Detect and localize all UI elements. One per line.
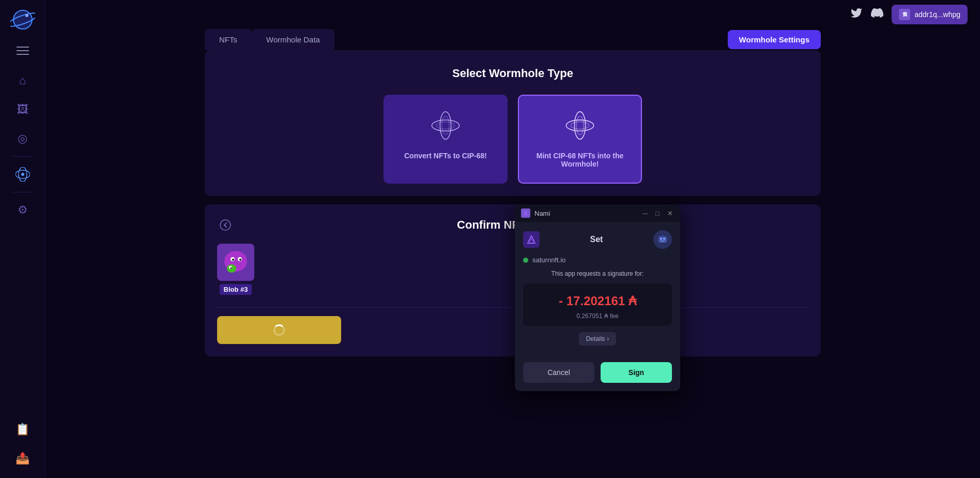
nami-maximize-button[interactable]: □	[653, 209, 662, 217]
nami-close-button[interactable]: ✕	[666, 209, 674, 217]
nami-site-name: saturnnft.io	[532, 256, 565, 264]
nami-cancel-button[interactable]: Cancel	[523, 362, 594, 383]
divider-2	[12, 192, 33, 192]
wormhole-icon-mint	[559, 110, 601, 143]
wormhole-icon-convert	[425, 110, 466, 143]
sidebar-item-gallery[interactable]: 🖼	[7, 96, 38, 123]
svg-point-5	[21, 173, 24, 176]
svg-point-2	[25, 14, 28, 17]
loading-spinner	[273, 324, 285, 336]
svg-point-9	[442, 116, 449, 135]
nami-header-row: Set	[523, 230, 672, 249]
header: 𝕹 addr1q...whpg	[45, 0, 980, 29]
nami-titlebar-controls: ─ □ ✕	[641, 209, 674, 217]
confirm-nft-header: Confirm NFT To Mint	[217, 217, 808, 233]
svg-point-13	[576, 116, 584, 135]
sidebar-item-settings[interactable]: ⚙	[7, 197, 38, 223]
wallet-button[interactable]: 𝕹 addr1q...whpg	[892, 5, 968, 24]
nami-site-dot	[523, 258, 528, 263]
sidebar-item-docs[interactable]: 📋	[7, 416, 38, 443]
nami-titlebar: Nami ─ □ ✕	[515, 204, 680, 222]
svg-point-23	[231, 267, 232, 269]
logo[interactable]	[9, 6, 36, 33]
svg-point-8	[436, 122, 455, 129]
nami-set-label: Set	[590, 235, 603, 244]
nami-site-row: saturnnft.io	[523, 256, 672, 264]
content-area: Select Wormhole Type Convert NFTs to CIP…	[45, 50, 980, 478]
wormhole-option-convert[interactable]: Convert NFTs to CIP-68!	[384, 95, 508, 184]
nft-grid: Blob #3	[217, 244, 808, 295]
wormhole-options: Convert NFTs to CIP-68! Mint CIP-68 NFTs…	[217, 95, 808, 184]
nami-sign-button[interactable]: Sign	[601, 362, 672, 383]
menu-icon[interactable]	[12, 40, 33, 61]
nami-minimize-button[interactable]: ─	[641, 209, 649, 217]
nami-amount-box: - 17.202161 ₳ 0.267051 ₳ fee	[523, 283, 672, 326]
svg-rect-26	[660, 238, 662, 240]
tab-wormhole-data[interactable]: Wormhole Data	[252, 29, 334, 50]
nami-avatar	[653, 230, 672, 249]
twitter-icon[interactable]	[850, 7, 863, 22]
nami-logo	[523, 231, 540, 248]
svg-point-20	[232, 259, 234, 261]
divider-1	[12, 156, 33, 157]
wormhole-option-convert-label: Convert NFTs to CIP-68!	[404, 152, 487, 160]
sidebar-item-wormhole[interactable]	[7, 161, 38, 188]
svg-rect-28	[661, 241, 665, 242]
back-button[interactable]	[217, 217, 234, 233]
loading-button[interactable]	[217, 316, 341, 344]
svg-point-21	[239, 259, 241, 261]
wormhole-option-mint[interactable]: Mint CIP-68 NFTs into the Wormhole!	[518, 95, 642, 184]
nami-icon: 𝕹	[899, 9, 910, 20]
nami-body: Set	[515, 222, 680, 354]
nft-item: Blob #3	[217, 244, 254, 295]
main: 𝕹 addr1q...whpg NFTs Wormhole Data Wormh…	[45, 0, 980, 478]
sidebar-item-export[interactable]: 📤	[7, 445, 38, 472]
confirm-nft-card: Confirm NFT To Mint	[205, 204, 821, 356]
sidebar-item-target[interactable]: ◎	[7, 125, 38, 152]
tab-nfts[interactable]: NFTs	[205, 29, 252, 50]
svg-point-14	[220, 220, 231, 230]
discord-icon[interactable]	[871, 7, 883, 22]
svg-point-12	[571, 122, 589, 129]
nami-titlebar-icon	[521, 208, 530, 218]
wormhole-type-title: Select Wormhole Type	[217, 67, 808, 80]
nami-title: Nami	[534, 210, 637, 217]
wallet-address: addr1q...whpg	[914, 10, 960, 19]
wormhole-type-card: Select Wormhole Type Convert NFTs to CIP…	[205, 50, 821, 196]
wormhole-settings-button[interactable]: Wormhole Settings	[728, 30, 821, 49]
confirm-nft-title: Confirm NFT To Mint	[240, 218, 786, 232]
nami-dialog: Nami ─ □ ✕	[515, 204, 680, 391]
nami-request-text: This app requests a signature for:	[523, 270, 672, 277]
nft-name: Blob #3	[220, 284, 252, 295]
nami-footer: Cancel Sign	[515, 354, 680, 391]
sidebar: ⌂ 🖼 ◎ ⚙ 📋 📤	[0, 0, 45, 478]
nami-amount: - 17.202161 ₳	[531, 294, 664, 308]
wormhole-option-mint-label: Mint CIP-68 NFTs into the Wormhole!	[535, 152, 624, 168]
nft-thumbnail	[217, 244, 254, 281]
nami-fee: 0.267051 ₳ fee	[531, 312, 664, 320]
sidebar-item-home[interactable]: ⌂	[7, 67, 38, 94]
tabs-bar: NFTs Wormhole Data Wormhole Settings	[45, 29, 980, 50]
svg-rect-25	[659, 236, 667, 243]
svg-rect-29	[662, 235, 664, 237]
nami-details-button[interactable]: Details ›	[579, 332, 617, 346]
divider	[217, 307, 808, 308]
svg-rect-27	[663, 238, 665, 240]
